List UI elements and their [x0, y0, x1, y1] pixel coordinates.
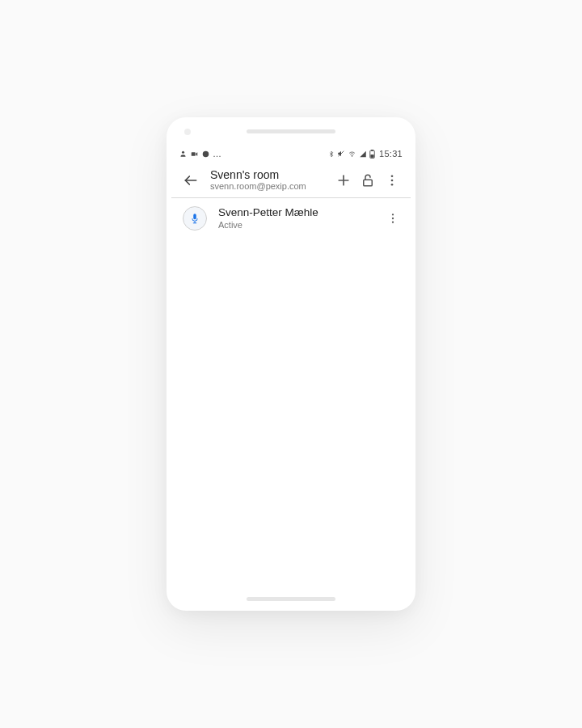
home-indicator — [247, 597, 335, 601]
battery-icon — [369, 150, 375, 159]
bluetooth-icon — [328, 150, 335, 159]
person-icon — [179, 150, 187, 158]
svg-point-19 — [392, 222, 394, 223]
status-more-icon: … — [213, 149, 222, 159]
add-button[interactable] — [331, 168, 356, 193]
screen: … 15:31 — [171, 145, 411, 586]
svg-point-17 — [392, 214, 394, 215]
header-title-block: Svenn's room svenn.room@pexip.com — [204, 168, 331, 192]
phone-top-bezel — [167, 117, 415, 145]
svg-point-0 — [182, 151, 184, 154]
svg-rect-14 — [193, 214, 196, 219]
status-time: 15:31 — [379, 149, 403, 159]
svg-point-18 — [392, 218, 394, 219]
cellular-signal-icon — [359, 150, 367, 158]
svg-point-13 — [391, 183, 394, 185]
svg-rect-15 — [194, 222, 195, 223]
svg-rect-5 — [371, 150, 373, 150]
status-bar-right: 15:31 — [328, 149, 403, 159]
video-camera-icon — [190, 150, 199, 158]
participant-row[interactable]: Svenn-Petter Mæhle Active — [171, 198, 411, 239]
svg-rect-6 — [371, 154, 373, 157]
participant-list: Svenn-Petter Mæhle Active — [171, 198, 411, 586]
mute-icon — [337, 150, 345, 158]
svg-rect-16 — [193, 222, 197, 223]
svg-point-11 — [391, 175, 394, 177]
phone-frame: … 15:31 — [167, 117, 415, 611]
svg-point-1 — [203, 150, 209, 157]
back-button[interactable] — [178, 167, 204, 193]
globe-icon — [202, 150, 209, 158]
participant-name: Svenn-Petter Mæhle — [218, 206, 382, 219]
front-camera-dot — [184, 129, 191, 135]
app-bar: Svenn's room svenn.room@pexip.com — [171, 163, 411, 198]
phone-bottom-bezel — [167, 586, 415, 611]
participant-more-button[interactable] — [382, 207, 404, 230]
lock-button[interactable] — [356, 168, 380, 193]
participant-status: Active — [218, 220, 382, 231]
status-bar: … 15:31 — [171, 145, 411, 163]
more-button[interactable] — [380, 168, 404, 193]
status-bar-left: … — [179, 149, 222, 159]
svg-point-12 — [391, 179, 394, 181]
speaker-slot — [247, 129, 335, 133]
svg-point-3 — [352, 155, 352, 156]
room-title: Svenn's room — [210, 168, 331, 181]
room-address: svenn.room@pexip.com — [210, 181, 331, 192]
svg-rect-10 — [364, 180, 373, 186]
microphone-icon — [183, 206, 207, 231]
wifi-icon — [348, 150, 356, 158]
participant-info: Svenn-Petter Mæhle Active — [207, 206, 382, 231]
